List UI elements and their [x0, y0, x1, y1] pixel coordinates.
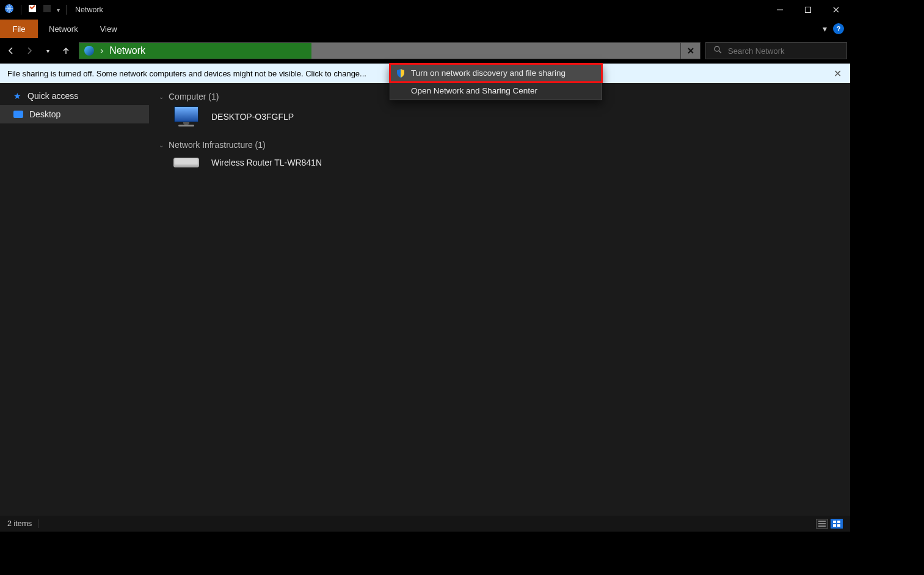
group-header-label: Computer (1) — [169, 92, 219, 101]
list-item-label: Wireless Router TL-WR841N — [211, 158, 322, 167]
tab-network[interactable]: Network — [38, 20, 89, 38]
context-menu: Turn on network discovery and file shari… — [390, 64, 602, 100]
address-bar[interactable]: › Network — [79, 42, 700, 59]
list-item-router[interactable]: Wireless Router TL-WR841N — [172, 155, 845, 170]
recent-locations-button[interactable]: ▾ — [40, 43, 56, 59]
address-clear-button[interactable] — [680, 43, 700, 59]
qat-dropdown-icon[interactable]: ▾ — [57, 7, 60, 13]
monitor-icon — [13, 111, 23, 118]
nav-row: ▾ › Network — [0, 38, 850, 64]
tab-view[interactable]: View — [89, 20, 128, 38]
search-icon — [713, 45, 722, 56]
details-view-button[interactable] — [816, 519, 828, 529]
network-globe-icon — [4, 3, 15, 16]
router-icon — [172, 155, 200, 170]
close-button[interactable] — [822, 0, 850, 20]
group-header-network-infra[interactable]: ⌄ Network Infrastructure (1) — [159, 140, 845, 150]
separator — [38, 519, 38, 528]
sidebar-item-quick-access[interactable]: ★ Quick access — [0, 87, 149, 105]
sidebar-item-label: Quick access — [27, 91, 78, 101]
delete-icon — [42, 4, 52, 16]
star-icon: ★ — [13, 91, 21, 101]
ctx-turn-on-sharing[interactable]: Turn on network discovery and file shari… — [390, 64, 602, 82]
svg-point-0 — [5, 4, 13, 13]
properties-icon[interactable] — [27, 4, 37, 16]
notification-bar[interactable]: File sharing is turned off. Some network… — [0, 64, 850, 83]
svg-point-4 — [715, 46, 719, 51]
svg-rect-1 — [29, 5, 36, 12]
status-item-count: 2 items — [7, 519, 32, 528]
forward-button[interactable] — [21, 43, 37, 59]
minimize-button[interactable] — [766, 0, 794, 20]
search-input[interactable] — [728, 46, 839, 56]
back-button[interactable] — [3, 43, 19, 59]
svg-rect-7 — [833, 524, 836, 527]
window-title: Network — [75, 5, 103, 14]
notification-close-button[interactable]: ✕ — [825, 68, 850, 79]
search-box[interactable] — [705, 42, 847, 59]
maximize-button[interactable] — [794, 0, 822, 20]
separator — [66, 5, 67, 15]
computer-icon — [172, 106, 200, 126]
shield-icon — [396, 68, 406, 78]
sidebar-item-desktop[interactable]: Desktop — [0, 105, 149, 123]
list-item-computer[interactable]: DESKTOP-O3FGFLP — [172, 106, 845, 126]
svg-rect-2 — [43, 5, 51, 12]
separator — [21, 5, 21, 15]
ribbon: File Network View ▾ ? — [0, 20, 850, 38]
chevron-down-icon: ⌄ — [159, 93, 164, 100]
svg-rect-6 — [837, 521, 840, 523]
up-button[interactable] — [58, 43, 74, 59]
svg-rect-8 — [837, 524, 840, 527]
svg-rect-3 — [806, 7, 811, 13]
ribbon-collapse-icon[interactable]: ▾ — [823, 24, 827, 34]
content-pane[interactable]: ⌄ Computer (1) DESKTOP-O3FGFLP ⌄ Network… — [149, 83, 850, 516]
help-icon[interactable]: ? — [833, 23, 844, 34]
tiles-view-button[interactable] — [831, 519, 843, 529]
navigation-pane: ★ Quick access Desktop — [0, 83, 149, 516]
file-tab[interactable]: File — [0, 20, 38, 38]
chevron-down-icon: ⌄ — [159, 142, 164, 148]
group-header-label: Network Infrastructure (1) — [169, 140, 266, 150]
svg-rect-5 — [833, 521, 836, 523]
sidebar-item-label: Desktop — [29, 109, 60, 119]
ctx-item-label: Turn on network discovery and file shari… — [411, 68, 566, 78]
title-bar: ▾ Network — [0, 0, 850, 20]
breadcrumb[interactable]: Network — [109, 45, 145, 56]
ctx-item-label: Open Network and Sharing Center — [411, 86, 537, 95]
network-icon — [84, 46, 94, 56]
ctx-open-network-center[interactable]: Open Network and Sharing Center — [390, 82, 602, 100]
status-bar: 2 items — [0, 516, 850, 532]
notification-text: File sharing is turned off. Some network… — [7, 69, 366, 78]
list-item-label: DESKTOP-O3FGFLP — [211, 112, 294, 122]
